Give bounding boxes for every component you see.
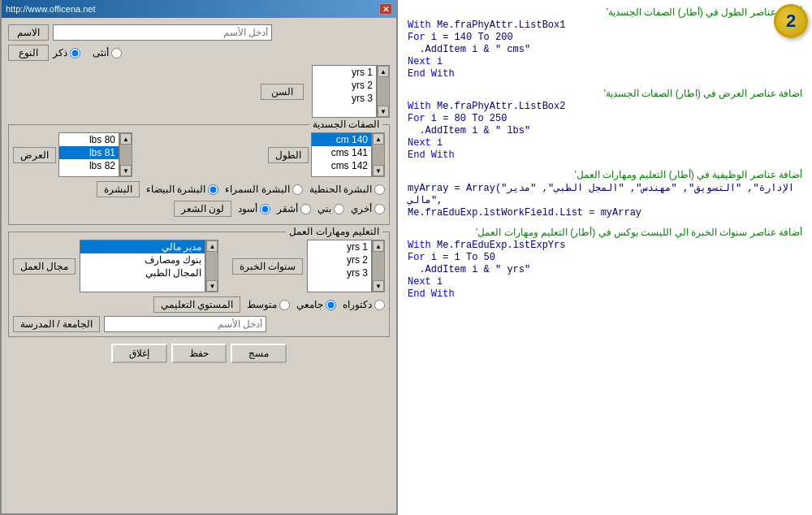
name-row: الاسم: [8, 24, 390, 41]
gender-female-radio[interactable]: [111, 48, 122, 58]
hair-blond-label[interactable]: أشقر: [277, 203, 311, 214]
age-scroll-thumb[interactable]: [378, 77, 389, 106]
weight-scroll-down[interactable]: ▼: [120, 165, 132, 176]
school-input[interactable]: [104, 316, 266, 332]
age-item-2[interactable]: 2 yrs: [313, 79, 376, 92]
hair-blond-radio[interactable]: [300, 204, 311, 214]
work-scroll-up[interactable]: ▲: [206, 240, 218, 252]
skin-dark-label[interactable]: البشرة السمراء: [225, 184, 302, 195]
weight-scroll-up[interactable]: ▲: [120, 133, 132, 145]
height-label-btn: الطول: [268, 147, 309, 163]
height-item-1[interactable]: 140 cm: [312, 133, 371, 146]
height-item-3[interactable]: 142 cms: [312, 159, 371, 172]
bottom-buttons: مسج حفظ إغلاق: [8, 344, 390, 363]
age-scroll-down[interactable]: ▼: [378, 106, 389, 117]
exp-item-2[interactable]: 2 yrs: [308, 253, 371, 266]
height-listbox[interactable]: 140 cm 141 cms 142 cms: [311, 132, 372, 177]
code-line-2-1: With Me.fraPhyAttr.ListBox2: [408, 101, 802, 112]
skin-white-radio[interactable]: [208, 184, 218, 195]
code-line-1-4: Next i: [408, 56, 802, 67]
edu-uni-radio[interactable]: [326, 300, 336, 310]
weight-scrollbar[interactable]: ▲ ▼: [119, 132, 132, 177]
height-item-2[interactable]: 141 cms: [312, 146, 371, 159]
skin-dark-radio[interactable]: [292, 184, 303, 195]
gender-male-label[interactable]: ذكر: [53, 47, 80, 58]
work-scroll-thumb[interactable]: [206, 252, 218, 280]
hair-other-radio[interactable]: [374, 204, 385, 214]
age-scroll-up[interactable]: ▲: [378, 66, 389, 77]
exp-scroll-thumb[interactable]: [373, 252, 384, 280]
age-item-3[interactable]: 3 yrs: [313, 92, 376, 105]
name-input[interactable]: [53, 24, 272, 41]
weight-item-1[interactable]: 80 lbs: [59, 133, 119, 146]
work-scroll-down[interactable]: ▼: [206, 280, 218, 292]
exp-listbox[interactable]: 1 yrs 2 yrs 3 yrs: [307, 240, 372, 292]
hair-other-text: أخري: [351, 203, 372, 214]
hair-black-label[interactable]: أسود: [238, 203, 270, 214]
weight-listbox[interactable]: 80 lbs 81 lbs 82 lbs: [58, 132, 119, 177]
phys-row: ▲ ▼ 140 cm 141 cms 142 cms الطول: [13, 132, 385, 177]
code-comment-1: أضافة عناصر الطول في (أطار) الصفات الجسد…: [408, 6, 802, 18]
edu-phd-radio[interactable]: [374, 300, 385, 310]
edu-group-content: ▲ ▼ 1 yrs 2 yrs 3 yrs سنوات الخبرة: [13, 240, 385, 332]
work-item-3[interactable]: المجال الطبي: [80, 266, 205, 279]
work-list-wrap: ▲ ▼ مدير مالي بنوك ومصارف المجال الطبي: [80, 240, 218, 292]
code-comment-3: أضافة عناصر الوظيفية في (أطار) التعليم و…: [408, 169, 802, 180]
edu-phd-label[interactable]: دكتوراه: [343, 299, 385, 310]
age-listbox[interactable]: 1 yrs 2 yrs 3 yrs: [312, 65, 377, 118]
record-button[interactable]: مسج: [231, 344, 287, 363]
code-line-4-1: With Me.fraEduExp.lstExpYrs: [408, 240, 802, 251]
skin-white-text: البشرة البيضاء: [146, 184, 205, 195]
edu-mid-label[interactable]: متوسط: [247, 299, 290, 310]
hair-brown-radio[interactable]: [334, 204, 344, 214]
hair-brown-label[interactable]: بني: [317, 203, 344, 214]
skin-tan-label[interactable]: البشرة الحنطية: [309, 184, 385, 195]
code-line-2-3: .AddItem i & " lbs": [408, 125, 802, 136]
gender-female-label[interactable]: أنثى: [93, 47, 122, 58]
edu-mid-radio[interactable]: [279, 300, 290, 310]
title-bar: http://www.officena.net ✕: [2, 0, 396, 18]
edu-level-label-btn: المستوي التعليمي: [153, 296, 240, 313]
exp-scrollbar[interactable]: ▲ ▼: [372, 240, 385, 292]
height-scroll-down[interactable]: ▼: [373, 165, 384, 176]
exp-scroll-up[interactable]: ▲: [373, 240, 384, 252]
gender-male-radio[interactable]: [70, 48, 80, 58]
skin-label-btn: البشرة: [97, 181, 140, 197]
close-window-button[interactable]: ✕: [379, 3, 392, 15]
weight-item-3[interactable]: 82 lbs: [59, 159, 119, 172]
hair-black-radio[interactable]: [260, 204, 270, 214]
exp-scroll-down[interactable]: ▼: [373, 280, 384, 292]
school-label-btn: الجامعة / المدرسة: [13, 316, 100, 332]
age-label-btn: السن: [261, 84, 304, 100]
hair-other-label[interactable]: أخري: [351, 203, 385, 214]
skin-dark-text: البشرة السمراء: [225, 184, 289, 195]
exp-item-1[interactable]: 1 yrs: [308, 240, 371, 253]
step-badge: 2: [774, 4, 808, 38]
weight-item-2[interactable]: 81 lbs: [59, 146, 119, 159]
edu-group-box: التعليم ومهارات العمل ▲ ▼ 1 yrs 2 yrs: [8, 232, 390, 337]
exp-label-btn: سنوات الخبرة: [232, 258, 303, 275]
exp-item-3[interactable]: 3 yrs: [308, 266, 371, 279]
work-item-1[interactable]: مدير مالي: [80, 240, 205, 253]
age-section: ▲ ▼ 1 yrs 2 yrs 3 yrs السن: [8, 65, 390, 118]
work-scrollbar[interactable]: ▲ ▼: [205, 240, 218, 292]
height-scroll-up[interactable]: ▲: [373, 133, 384, 145]
work-item-2[interactable]: بنوك ومصارف: [80, 253, 205, 266]
work-listbox[interactable]: مدير مالي بنوك ومصارف المجال الطبي: [80, 240, 205, 292]
weight-col: ▲ ▼ 80 lbs 81 lbs 82 lbs العرض: [13, 132, 132, 177]
age-scrollbar[interactable]: ▲ ▼: [377, 65, 390, 118]
weight-scroll-thumb[interactable]: [120, 145, 132, 165]
right-panel: 2 أضافة عناصر الطول في (أطار) الصفات الج…: [398, 0, 812, 515]
height-scrollbar[interactable]: ▲ ▼: [372, 132, 385, 177]
close-button[interactable]: إغلاق: [111, 344, 167, 363]
edu-group-title: التعليم ومهارات العمل: [286, 226, 382, 237]
age-item-1[interactable]: 1 yrs: [313, 66, 376, 79]
skin-tan-radio[interactable]: [374, 184, 385, 195]
skin-white-label[interactable]: البشرة البيضاء: [146, 184, 218, 195]
height-list-wrap: ▲ ▼ 140 cm 141 cms 142 cms: [311, 132, 385, 177]
skin-row: البشرة الحنطية البشرة السمراء البشرة الب…: [13, 181, 385, 197]
edu-uni-label[interactable]: جامعي: [296, 299, 336, 310]
save-button[interactable]: حفظ: [171, 344, 227, 363]
physical-group-title: الصفات الجسدية: [309, 119, 382, 130]
height-scroll-thumb[interactable]: [373, 145, 384, 165]
